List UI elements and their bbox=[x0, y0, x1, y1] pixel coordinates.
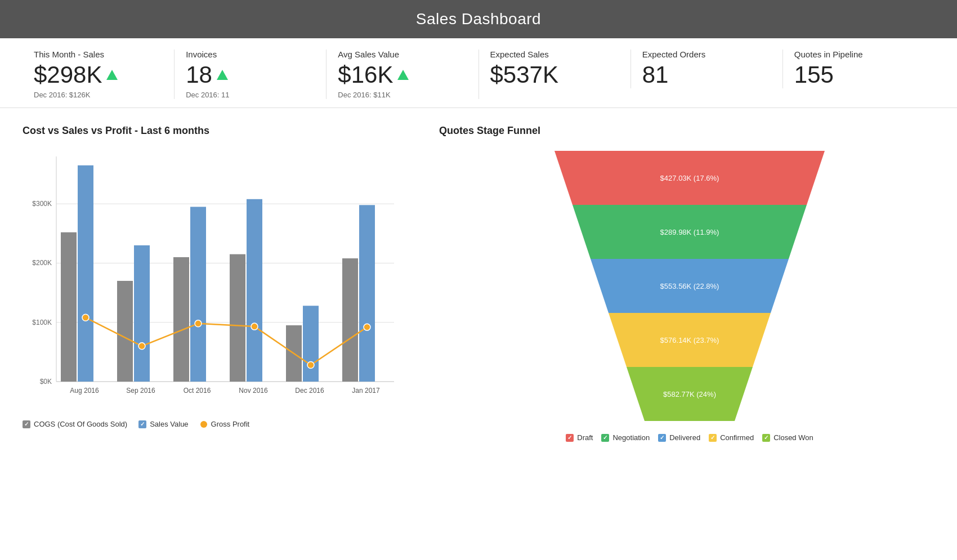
trend-up-icon bbox=[397, 70, 409, 80]
funnel-legend-icon: ✓ bbox=[601, 434, 609, 442]
bar-chart-title: Cost vs Sales vs Profit - Last 6 months bbox=[23, 125, 405, 137]
kpi-label: Invoices bbox=[186, 50, 315, 59]
svg-rect-25 bbox=[342, 258, 358, 382]
svg-rect-20 bbox=[247, 199, 262, 382]
svg-text:$582.77K (24%): $582.77K (24%) bbox=[663, 390, 716, 398]
trend-up-icon bbox=[217, 70, 228, 80]
funnel-legend-item: ✓ Draft bbox=[566, 433, 593, 442]
funnel-legend-icon: ✓ bbox=[709, 434, 717, 442]
kpi-quotes-in-pipeline: Quotes in Pipeline 155 bbox=[783, 50, 934, 88]
svg-point-36 bbox=[251, 323, 258, 330]
svg-line-28 bbox=[86, 317, 142, 346]
funnel-legend-item: ✓ Delivered bbox=[658, 433, 700, 442]
kpi-invoices: Invoices 18 Dec 2016: 11 bbox=[175, 50, 327, 99]
kpi-subtext: Dec 2016: 11 bbox=[186, 91, 315, 99]
legend-label: COGS (Cost Of Goods Sold) bbox=[34, 420, 127, 428]
svg-point-35 bbox=[195, 320, 202, 327]
svg-rect-23 bbox=[303, 306, 319, 382]
funnel-legend: ✓ Draft ✓ Negotiation ✓ Delivered ✓ Conf… bbox=[566, 433, 813, 442]
svg-rect-11 bbox=[78, 165, 93, 382]
svg-line-32 bbox=[311, 327, 367, 365]
kpi-label: This Month - Sales bbox=[34, 50, 163, 59]
legend-item: Gross Profit bbox=[200, 420, 250, 428]
kpi-value: 18 bbox=[186, 61, 315, 88]
svg-rect-17 bbox=[190, 207, 206, 382]
legend-item: ✓Sales Value bbox=[138, 420, 188, 428]
svg-text:Jan 2017: Jan 2017 bbox=[352, 387, 380, 395]
svg-text:$427.03K (17.6%): $427.03K (17.6%) bbox=[660, 174, 719, 182]
bar-chart-area: $0K$100K$200K$300KAug 2016Sep 2016Oct 20… bbox=[23, 145, 405, 415]
legend-label: Gross Profit bbox=[211, 420, 250, 428]
svg-text:Oct 2016: Oct 2016 bbox=[184, 387, 211, 395]
svg-point-38 bbox=[364, 324, 370, 330]
svg-rect-13 bbox=[117, 281, 133, 382]
svg-rect-14 bbox=[134, 245, 150, 382]
bar-chart-panel: Cost vs Sales vs Profit - Last 6 months … bbox=[0, 119, 422, 558]
svg-point-34 bbox=[138, 343, 145, 350]
kpi-label: Expected Sales bbox=[490, 50, 619, 59]
page-header: Sales Dashboard bbox=[0, 0, 957, 38]
funnel-legend-label: Negotiation bbox=[612, 433, 650, 442]
kpi-subtext: Dec 2016: $11K bbox=[338, 91, 467, 99]
svg-text:$0K: $0K bbox=[40, 378, 52, 386]
funnel-legend-icon: ✓ bbox=[566, 434, 574, 442]
kpi-row: This Month - Sales $298K Dec 2016: $126K… bbox=[0, 38, 957, 108]
funnel-legend-item: ✓ Negotiation bbox=[601, 433, 650, 442]
svg-text:$576.14K (23.7%): $576.14K (23.7%) bbox=[660, 336, 719, 344]
bar-chart-svg: $0K$100K$200K$300KAug 2016Sep 2016Oct 20… bbox=[23, 145, 405, 415]
kpi-value: 81 bbox=[642, 61, 771, 88]
kpi-value: $537K bbox=[490, 61, 619, 88]
kpi-label: Quotes in Pipeline bbox=[794, 50, 923, 59]
svg-point-33 bbox=[82, 314, 89, 321]
funnel-legend-label: Confirmed bbox=[720, 433, 754, 442]
svg-text:Nov 2016: Nov 2016 bbox=[239, 387, 268, 395]
trend-up-icon bbox=[106, 70, 118, 80]
svg-text:$200K: $200K bbox=[32, 259, 52, 267]
kpi-label: Avg Sales Value bbox=[338, 50, 467, 59]
svg-point-37 bbox=[307, 362, 314, 369]
kpi-avg-sales-value: Avg Sales Value $16K Dec 2016: $11K bbox=[327, 50, 479, 99]
svg-line-29 bbox=[142, 324, 198, 346]
svg-text:$553.56K (22.8%): $553.56K (22.8%) bbox=[660, 282, 719, 290]
svg-text:Aug 2016: Aug 2016 bbox=[70, 387, 99, 395]
funnel-legend-label: Draft bbox=[577, 433, 593, 442]
funnel-legend-label: Delivered bbox=[669, 433, 700, 442]
funnel-legend-label: Closed Won bbox=[773, 433, 813, 442]
svg-text:Dec 2016: Dec 2016 bbox=[295, 387, 324, 395]
svg-text:$289.98K (11.9%): $289.98K (11.9%) bbox=[660, 228, 719, 236]
kpi-value: 155 bbox=[794, 61, 923, 88]
kpi-label: Expected Orders bbox=[642, 50, 771, 59]
kpi-subtext: Dec 2016: $126K bbox=[34, 91, 163, 99]
funnel-legend-item: ✓ Confirmed bbox=[709, 433, 754, 442]
svg-rect-10 bbox=[61, 232, 77, 382]
kpi-value: $16K bbox=[338, 61, 467, 88]
svg-rect-16 bbox=[173, 257, 189, 382]
svg-line-30 bbox=[198, 324, 254, 326]
page-title: Sales Dashboard bbox=[416, 10, 541, 28]
funnel-svg: $427.03K (17.6%)$289.98K (11.9%)$553.56K… bbox=[535, 145, 844, 427]
svg-text:$100K: $100K bbox=[32, 319, 52, 326]
main-content: Cost vs Sales vs Profit - Last 6 months … bbox=[0, 108, 957, 560]
funnel-container: $427.03K (17.6%)$289.98K (11.9%)$553.56K… bbox=[439, 145, 940, 553]
svg-text:Sep 2016: Sep 2016 bbox=[126, 387, 155, 395]
kpi-expected-sales: Expected Sales $537K bbox=[479, 50, 631, 88]
bar-chart-legend: ✓COGS (Cost Of Goods Sold)✓Sales ValueGr… bbox=[23, 420, 405, 428]
legend-item: ✓COGS (Cost Of Goods Sold) bbox=[23, 420, 127, 428]
legend-label: Sales Value bbox=[150, 420, 188, 428]
legend-icon: ✓ bbox=[23, 420, 30, 428]
kpi-value: $298K bbox=[34, 61, 163, 88]
legend-icon: ✓ bbox=[138, 420, 146, 428]
funnel-title: Quotes Stage Funnel bbox=[439, 125, 940, 137]
funnel-panel: Quotes Stage Funnel $427.03K (17.6%)$289… bbox=[422, 119, 957, 558]
funnel-legend-icon: ✓ bbox=[762, 434, 770, 442]
svg-text:$300K: $300K bbox=[32, 200, 52, 208]
kpi-expected-orders: Expected Orders 81 bbox=[631, 50, 783, 88]
funnel-legend-icon: ✓ bbox=[658, 434, 666, 442]
legend-icon bbox=[200, 420, 208, 428]
svg-line-31 bbox=[254, 326, 311, 365]
funnel-legend-item: ✓ Closed Won bbox=[762, 433, 813, 442]
kpi-this-month-sales: This Month - Sales $298K Dec 2016: $126K bbox=[23, 50, 175, 99]
svg-rect-26 bbox=[359, 205, 375, 382]
svg-rect-19 bbox=[230, 254, 245, 382]
